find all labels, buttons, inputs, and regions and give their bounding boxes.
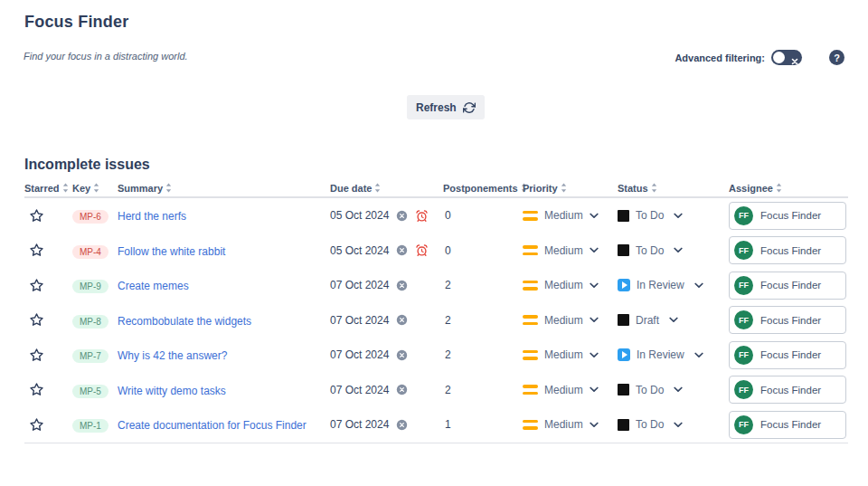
issue-key-badge: MP-9 [72, 280, 108, 293]
column-header-priority[interactable]: Priority [523, 183, 618, 194]
issue-summary-link[interactable]: Create memes [118, 280, 189, 292]
column-header-starred[interactable]: Starred [24, 183, 72, 194]
column-header-label: Due date [330, 183, 372, 194]
issue-summary-link[interactable]: Why is 42 the answer? [118, 349, 227, 362]
summary-cell: Herd the nerfs [118, 207, 330, 224]
issue-summary-link[interactable]: Herd the nerfs [118, 210, 186, 223]
assignee-name: Focus Finder [760, 419, 821, 430]
chevron-down-icon [694, 352, 703, 358]
star-outline-icon [29, 312, 44, 328]
star-outline-icon [29, 243, 44, 258]
chevron-down-icon [674, 386, 683, 393]
assignee-field[interactable]: FF Focus Finder [729, 236, 846, 264]
column-header-status[interactable]: Status [618, 183, 729, 194]
priority-dropdown[interactable]: Medium [523, 209, 618, 222]
table-row: MP-1 Create documentation for Focus Find… [24, 407, 848, 443]
column-header-label: Starred [24, 183, 60, 194]
postponements-cell: 1 [443, 418, 523, 431]
priority-value: Medium [544, 279, 583, 291]
assignee-field[interactable]: FF Focus Finder [729, 306, 846, 334]
sort-icon [374, 183, 381, 193]
clear-due-date-button[interactable] [396, 210, 408, 222]
avatar: FF [734, 415, 753, 434]
issue-summary-link[interactable]: Recombobulate the widgets [118, 315, 251, 328]
assignee-field[interactable]: FF Focus Finder [729, 202, 846, 230]
assignee-field[interactable]: FF Focus Finder [729, 411, 846, 439]
star-button[interactable] [24, 278, 44, 293]
advanced-filtering-toggle[interactable] [771, 50, 802, 65]
assignee-cell: FF Focus Finder [729, 272, 848, 300]
column-header-postponements[interactable]: Postponements [443, 183, 523, 194]
status-value: To Do [636, 384, 664, 396]
starred-cell [24, 382, 72, 397]
table-row: MP-8 Recombobulate the widgets 07 Oct 20… [24, 303, 848, 338]
refresh-button-label: Refresh [416, 101, 457, 114]
due-date-value: 05 Oct 2024 [330, 209, 389, 222]
toggle-knob-icon [773, 52, 785, 63]
star-button[interactable] [24, 312, 44, 328]
priority-medium-icon [523, 315, 538, 325]
column-header-key[interactable]: Key [72, 183, 118, 194]
status-value: In Review [637, 348, 684, 361]
column-header-assignee[interactable]: Assignee [729, 183, 848, 194]
summary-cell: Why is 42 the answer? [118, 347, 330, 363]
status-dropdown[interactable]: To Do [618, 384, 729, 396]
status-dropdown[interactable]: To Do [618, 209, 729, 222]
clear-due-date-button[interactable] [396, 419, 408, 431]
star-outline-icon [29, 417, 44, 433]
summary-cell: Write witty demo tasks [118, 382, 330, 398]
clear-due-date-button[interactable] [396, 314, 408, 326]
postponements-count: 2 [445, 384, 451, 396]
star-button[interactable] [24, 417, 44, 433]
due-date-value: 07 Oct 2024 [330, 279, 389, 291]
help-icon[interactable]: ? [829, 50, 844, 65]
postponements-count: 0 [445, 209, 451, 222]
priority-dropdown[interactable]: Medium [523, 418, 618, 431]
summary-cell: Create memes [118, 277, 330, 293]
postponements-cell: 2 [443, 314, 523, 327]
chevron-down-icon [590, 282, 599, 289]
clear-due-date-button[interactable] [396, 244, 408, 256]
assignee-name: Focus Finder [760, 210, 821, 221]
priority-dropdown[interactable]: Medium [523, 244, 618, 257]
column-header-due-date[interactable]: Due date [330, 183, 443, 194]
issue-summary-link[interactable]: Write witty demo tasks [118, 385, 226, 397]
clear-due-date-button[interactable] [396, 349, 408, 361]
column-header-summary[interactable]: Summary [118, 183, 330, 194]
assignee-name: Focus Finder [760, 245, 821, 256]
chevron-down-icon [590, 386, 599, 393]
section-title: Incomplete issues [24, 157, 150, 173]
star-button[interactable] [24, 382, 44, 397]
starred-cell [24, 278, 72, 293]
priority-dropdown[interactable]: Medium [523, 348, 618, 361]
assignee-field[interactable]: FF Focus Finder [729, 272, 846, 300]
column-header-label: Key [72, 183, 90, 194]
assignee-field[interactable]: FF Focus Finder [729, 376, 846, 404]
status-dropdown[interactable]: To Do [618, 244, 729, 257]
overdue-alarm-icon [415, 209, 429, 223]
star-button[interactable] [24, 348, 44, 363]
priority-dropdown[interactable]: Medium [523, 279, 618, 291]
assignee-field[interactable]: FF Focus Finder [729, 341, 846, 369]
sort-icon [62, 183, 69, 193]
page-title: Focus Finder [24, 13, 128, 32]
column-header-label: Assignee [729, 183, 773, 194]
status-dropdown[interactable]: Draft [618, 314, 729, 327]
issue-summary-link[interactable]: Create documentation for Focus Finder [118, 419, 307, 432]
priority-dropdown[interactable]: Medium [523, 314, 618, 327]
refresh-button[interactable]: Refresh [407, 95, 485, 119]
clear-due-date-button[interactable] [396, 280, 408, 291]
assignee-cell: FF Focus Finder [729, 202, 848, 230]
issue-key-badge: MP-1 [72, 419, 108, 433]
status-dropdown[interactable]: To Do [618, 418, 729, 431]
star-button[interactable] [24, 243, 44, 258]
status-value: To Do [636, 244, 664, 257]
priority-medium-icon [523, 385, 538, 395]
clear-due-date-button[interactable] [396, 384, 408, 395]
star-button[interactable] [24, 208, 44, 224]
issue-summary-link[interactable]: Follow the white rabbit [118, 245, 225, 258]
priority-dropdown[interactable]: Medium [523, 384, 618, 396]
table-row: MP-5 Write witty demo tasks 07 Oct 2024 … [24, 373, 848, 408]
status-dropdown[interactable]: In Review [618, 279, 729, 291]
status-dropdown[interactable]: In Review [618, 348, 729, 361]
